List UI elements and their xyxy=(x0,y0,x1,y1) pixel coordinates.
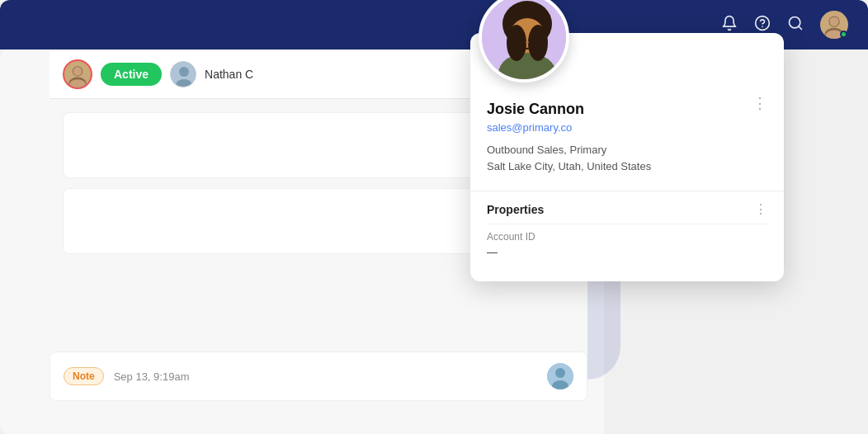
user-avatar-header[interactable] xyxy=(820,11,848,39)
properties-header: Properties ⋮ xyxy=(487,201,767,217)
svg-point-25 xyxy=(518,34,523,40)
profile-department: Outbound Sales, Primary xyxy=(487,142,752,158)
profile-card-info: Josie Cannon sales@primary.co Outbound S… xyxy=(487,101,752,174)
profile-location: Salt Lake City, Utah, United States xyxy=(487,158,752,175)
second-user-name: Nathan C xyxy=(205,68,253,81)
active-badge: Active xyxy=(101,63,162,86)
svg-point-23 xyxy=(507,25,526,61)
svg-point-26 xyxy=(531,34,536,40)
note-user-avatar[interactable] xyxy=(547,363,573,389)
note-row: Note Sep 13, 9:19am xyxy=(50,351,587,401)
note-timestamp: Sep 13, 9:19am xyxy=(114,370,190,383)
profile-name: Josie Cannon xyxy=(487,101,752,118)
svg-point-27 xyxy=(526,41,529,44)
svg-point-24 xyxy=(528,25,548,61)
svg-point-10 xyxy=(73,67,83,76)
bell-icon[interactable] xyxy=(721,15,738,35)
account-id-value: — xyxy=(487,246,767,258)
profile-email[interactable]: sales@primary.co xyxy=(487,121,752,134)
account-id-row: Account ID — xyxy=(487,224,767,265)
properties-section: Properties ⋮ Account ID — xyxy=(470,191,784,265)
svg-point-6 xyxy=(829,17,838,26)
properties-more-icon[interactable]: ⋮ xyxy=(754,201,767,217)
note-badge: Note xyxy=(64,367,104,385)
svg-line-3 xyxy=(799,26,802,29)
svg-point-13 xyxy=(179,67,189,77)
search-icon[interactable] xyxy=(787,15,804,35)
help-icon[interactable] xyxy=(754,15,771,35)
online-indicator xyxy=(840,31,847,38)
second-user-avatar[interactable] xyxy=(170,61,196,87)
profile-card-more-icon[interactable]: ⋮ xyxy=(752,91,767,112)
properties-title: Properties xyxy=(487,203,544,216)
active-user-avatar[interactable] xyxy=(63,59,92,89)
account-id-label: Account ID xyxy=(487,231,767,243)
svg-point-17 xyxy=(555,368,565,378)
